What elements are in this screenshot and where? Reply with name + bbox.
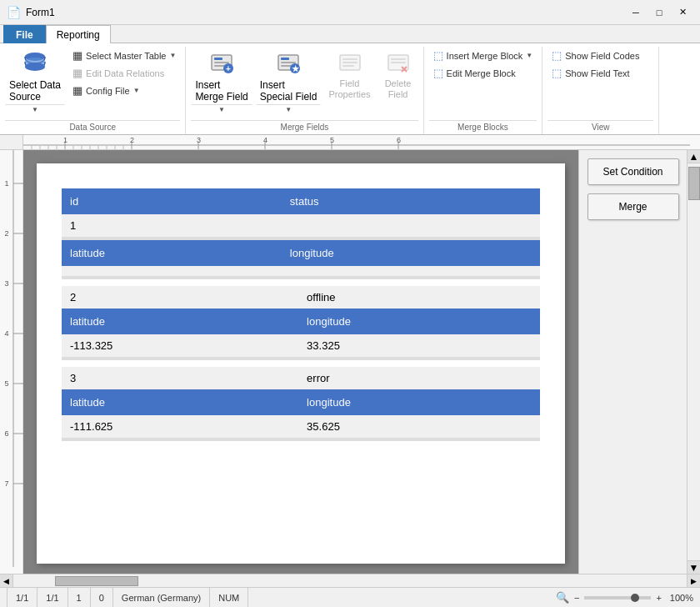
show-field-codes-button[interactable]: ⬚ Show Field Codes	[548, 47, 643, 64]
horizontal-scrollbar[interactable]: ◀ ▶	[0, 574, 700, 587]
config-file-label: Config File	[86, 86, 130, 96]
svg-text:1: 1	[63, 136, 68, 144]
cell-longitude	[282, 266, 540, 276]
cell-id: 1	[62, 214, 282, 237]
h-scroll-thumb[interactable]	[55, 576, 138, 586]
zoom-thumb[interactable]	[631, 594, 639, 602]
insert-merge-field-arrow[interactable]: ▼	[191, 104, 252, 115]
ribbon-tabs: File Reporting	[0, 25, 700, 43]
cell-latitude	[62, 266, 282, 276]
select-master-table-button[interactable]: ▦ Select Master Table ▼	[68, 47, 180, 64]
select-data-source-arrow[interactable]: ▼	[5, 104, 65, 115]
minimize-button[interactable]: ─	[625, 4, 647, 21]
ribbon-group-view: ⬚ Show Field Codes ⬚ Show Field Text Vie…	[542, 47, 659, 134]
ruler: 1 2 3 4 5 6	[0, 135, 700, 150]
right-scrollbar[interactable]: ▲ ▼	[687, 150, 700, 574]
delete-field-button[interactable]: DeleteField	[378, 47, 418, 103]
insert-merge-block-label: Insert Merge Block	[447, 51, 523, 61]
select-data-source-button[interactable]: Select DataSource ▼	[5, 47, 65, 115]
maximize-button[interactable]: □	[648, 4, 670, 21]
zoom-decrease-button[interactable]: −	[574, 593, 579, 603]
insert-special-field-arrow[interactable]: ▼	[256, 104, 322, 115]
zoom-level: 100%	[670, 593, 693, 603]
table-row: latitude longitude	[62, 240, 540, 266]
side-panel: Set Condition Merge	[578, 150, 687, 574]
tab-reporting[interactable]: Reporting	[46, 25, 111, 43]
insert-special-field-main[interactable]: ★ InsertSpecial Field	[256, 47, 322, 104]
window-title: Form1	[26, 7, 625, 18]
table-row: 2 offline	[62, 286, 540, 309]
left-ruler: 1 2 3 4 5 6 7	[0, 150, 23, 574]
show-field-text-button[interactable]: ⬚ Show Field Text	[548, 64, 643, 82]
insert-merge-block-button[interactable]: ⬚ Insert Merge Block ▼	[429, 47, 538, 64]
delete-field-icon	[385, 50, 412, 77]
close-button[interactable]: ✕	[672, 4, 693, 21]
svg-rect-17	[342, 62, 358, 63]
insert-merge-field-label: InsertMerge Field	[195, 79, 248, 103]
database-icon	[22, 50, 48, 79]
field-properties-button[interactable]: FieldProperties	[324, 47, 374, 103]
cell-status-2: offline	[298, 286, 540, 309]
cell-id-3: 3	[62, 367, 298, 389]
table-icon: ▦	[72, 49, 82, 62]
edit-merge-block-button[interactable]: ⬚ Edit Merge Block	[429, 64, 538, 82]
zoom-increase-button[interactable]: +	[656, 593, 661, 603]
svg-text:+: +	[226, 64, 231, 73]
show-field-codes-label: Show Field Codes	[565, 51, 639, 61]
view-group-label: View	[548, 120, 653, 134]
svg-text:2: 2	[130, 136, 134, 144]
svg-text:6: 6	[397, 136, 401, 144]
relations-icon: ▦	[72, 67, 82, 79]
merge-blocks-small-buttons: ⬚ Insert Merge Block ▼ ⬚ Edit Merge Bloc…	[429, 47, 538, 82]
svg-rect-21	[391, 62, 406, 63]
svg-rect-10	[281, 58, 289, 60]
table-row: -111.625 35.625	[62, 415, 540, 438]
zoom-out-icon[interactable]: 🔍	[556, 591, 569, 604]
svg-text:4: 4	[263, 136, 268, 144]
document-area[interactable]: id status 1 latitude	[23, 150, 578, 574]
set-condition-button[interactable]: Set Condition	[588, 158, 679, 185]
table-row: latitude longitude	[62, 309, 540, 334]
merge-block-arrow: ▼	[526, 52, 532, 59]
status-locale: German (Germany)	[113, 588, 210, 607]
svg-text:★: ★	[292, 64, 300, 73]
merge-fields-group-label: Merge Fields	[191, 120, 418, 134]
field-properties-icon	[337, 50, 363, 77]
config-dropdown-arrow: ▼	[133, 87, 140, 94]
status-right: 🔍 − + 100%	[556, 591, 693, 604]
svg-rect-11	[281, 62, 296, 63]
scroll-up-button[interactable]: ▲	[688, 150, 700, 163]
table-row: 3 error	[62, 367, 540, 389]
ribbon-group-content-merge-blocks: ⬚ Insert Merge Block ▼ ⬚ Edit Merge Bloc…	[429, 47, 538, 118]
svg-rect-16	[342, 58, 358, 60]
insert-special-field-button[interactable]: ★ InsertSpecial Field ▼	[256, 47, 322, 115]
zoom-slider[interactable]	[584, 596, 651, 599]
insert-merge-field-button[interactable]: + InsertMerge Field ▼	[191, 47, 252, 115]
field-codes-icon: ⬚	[552, 49, 562, 62]
status-line: 0	[91, 588, 113, 607]
insert-merge-field-main[interactable]: + InsertMerge Field	[191, 47, 252, 104]
field-properties-label: FieldProperties	[328, 78, 370, 100]
scroll-track[interactable]	[688, 163, 700, 560]
ribbon-group-data-source: Select DataSource ▼ ▦ Select Master Tabl…	[0, 47, 186, 134]
tab-file[interactable]: File	[3, 25, 46, 43]
edit-data-relations-button[interactable]: ▦ Edit Data Relations	[68, 64, 180, 82]
scroll-thumb[interactable]	[688, 167, 700, 200]
scroll-left-button[interactable]: ◀	[0, 574, 13, 588]
svg-rect-5	[214, 62, 229, 63]
svg-text:7: 7	[4, 479, 8, 488]
col-header-status: status	[282, 188, 540, 214]
ribbon: Select DataSource ▼ ▦ Select Master Tabl…	[0, 43, 700, 135]
config-file-button[interactable]: ▦ Config File ▼	[68, 82, 180, 99]
col-header-longitude: longitude	[282, 240, 540, 266]
col-header-latitude-2: latitude	[62, 309, 298, 334]
scroll-down-button[interactable]: ▼	[688, 560, 700, 574]
select-data-source-main[interactable]: Select DataSource	[5, 47, 65, 104]
scroll-right-button[interactable]: ▶	[687, 574, 700, 588]
ribbon-group-merge-blocks: ⬚ Insert Merge Block ▼ ⬚ Edit Merge Bloc…	[424, 47, 543, 134]
insert-merge-block-icon: ⬚	[433, 49, 443, 62]
col-header-longitude-3: longitude	[298, 389, 540, 415]
edit-merge-block-icon: ⬚	[433, 67, 443, 79]
merge-button[interactable]: Merge	[588, 193, 679, 220]
h-scroll-track[interactable]	[13, 574, 687, 588]
